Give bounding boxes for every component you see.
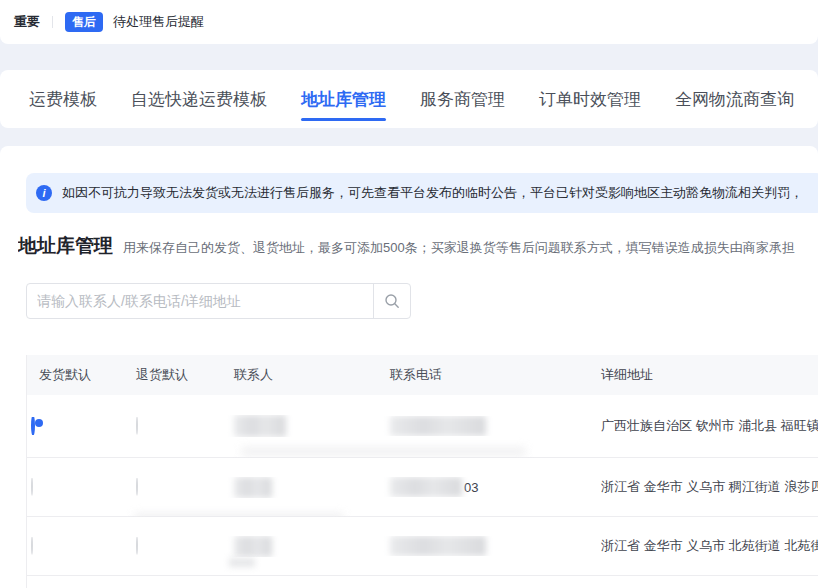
tab-order-timeliness[interactable]: 订单时效管理 xyxy=(539,70,641,128)
table-row: 浙江省 金华市 义乌市 北苑街道 北苑街 xyxy=(27,517,818,576)
blurred-region xyxy=(241,447,526,456)
notice-message[interactable]: 待处理售后提醒 xyxy=(113,13,204,31)
divider xyxy=(52,16,53,28)
banner-text: 如因不可抗力导致无法发货或无法进行售后服务，可先查看平台发布的临时公告，平台已针… xyxy=(62,184,803,202)
table-header-row: 发货默认 退货默认 联系人 联系电话 详细地址 xyxy=(27,355,818,395)
return-default-radio[interactable] xyxy=(136,417,138,435)
tab-bar: 运费模板 自选快递运费模板 地址库管理 服务商管理 订单时效管理 全网物流商查询 xyxy=(0,70,818,128)
return-default-radio[interactable] xyxy=(136,537,138,555)
phone-number-blurred xyxy=(390,477,462,497)
contact-name-blurred xyxy=(234,415,286,437)
notice-banner: i 如因不可抗力导致无法发货或无法进行售后服务，可先查看平台发布的临时公告，平台… xyxy=(26,173,818,213)
tab-label: 服务商管理 xyxy=(420,88,505,111)
category-badge: 售后 xyxy=(65,12,103,32)
contact-name-blurred xyxy=(234,536,272,557)
section-header: 地址库管理 用来保存自己的发货、退货地址，最多可添加500条；买家退换货等售后问… xyxy=(18,233,818,259)
search-button[interactable] xyxy=(373,284,410,318)
phone-number-blurred xyxy=(390,416,486,436)
column-header-contact: 联系人 xyxy=(222,366,378,384)
tab-label: 地址库管理 xyxy=(301,88,386,111)
table-row: 广西壮族自治区 钦州市 浦北县 福旺镇 xyxy=(27,395,818,458)
search-icon xyxy=(384,293,400,309)
column-header-ship-default: 发货默认 xyxy=(27,366,124,384)
tab-label: 运费模板 xyxy=(29,88,97,111)
address-cell: 广西壮族自治区 钦州市 浦北县 福旺镇 xyxy=(589,417,818,435)
column-header-address: 详细地址 xyxy=(589,366,818,384)
address-library-page: { "notice_bar": { "importance_label": "重… xyxy=(0,0,818,588)
column-header-phone: 联系电话 xyxy=(378,366,589,384)
page-title: 地址库管理 xyxy=(18,233,113,259)
tab-custom-express-template[interactable]: 自选快递运费模板 xyxy=(131,70,267,128)
tab-label: 订单时效管理 xyxy=(539,88,641,111)
tab-shipping-fee-template[interactable]: 运费模板 xyxy=(29,70,97,128)
search-bar xyxy=(26,283,411,319)
main-content-card: i 如因不可抗力导致无法发货或无法进行售后服务，可先查看平台发布的临时公告，平台… xyxy=(0,146,818,588)
column-header-return-default: 退货默认 xyxy=(124,366,222,384)
page-description: 用来保存自己的发货、退货地址，最多可添加500条；买家退换货等售后问题联系方式，… xyxy=(123,239,795,257)
notice-bar[interactable]: 重要 售后 待处理售后提醒 xyxy=(0,0,818,44)
table-row: 03 浙江省 金华市 义乌市 稠江街道 浪莎四 xyxy=(27,458,818,517)
tab-address-library[interactable]: 地址库管理 xyxy=(301,70,386,128)
ship-default-radio[interactable] xyxy=(31,537,33,555)
tab-service-provider[interactable]: 服务商管理 xyxy=(420,70,505,128)
address-cell: 浙江省 金华市 义乌市 稠江街道 浪莎四 xyxy=(589,478,818,496)
tab-label: 全网物流商查询 xyxy=(675,88,794,111)
ship-default-radio[interactable] xyxy=(31,417,35,435)
info-icon: i xyxy=(36,185,52,201)
contact-name-blurred xyxy=(234,477,272,498)
blurred-region xyxy=(229,558,255,567)
phone-number-blurred xyxy=(390,536,486,556)
ship-default-radio[interactable] xyxy=(31,478,33,496)
tab-label: 自选快递运费模板 xyxy=(131,88,267,111)
address-cell: 浙江省 金华市 义乌市 北苑街道 北苑街 xyxy=(589,537,818,555)
importance-label: 重要 xyxy=(14,13,40,31)
tab-logistics-query[interactable]: 全网物流商查询 xyxy=(675,70,794,128)
active-tab-underline xyxy=(301,118,386,121)
phone-suffix: 03 xyxy=(464,480,478,495)
return-default-radio[interactable] xyxy=(136,478,138,496)
search-input[interactable] xyxy=(27,284,373,318)
address-table: 发货默认 退货默认 联系人 联系电话 详细地址 广西壮族自治区 钦州市 浦北县 … xyxy=(26,355,818,588)
